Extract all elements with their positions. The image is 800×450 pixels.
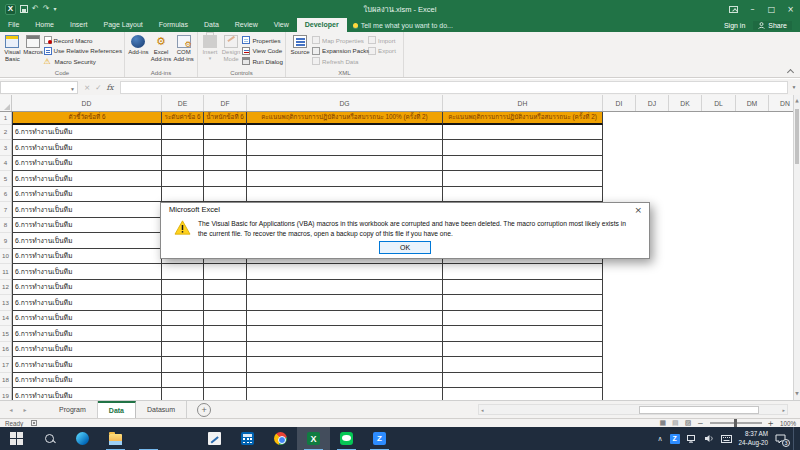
cell-DF3[interactable] bbox=[204, 140, 247, 156]
name-box-dropdown-icon[interactable]: ▼ bbox=[70, 86, 75, 92]
cell-DN9[interactable] bbox=[769, 233, 793, 249]
cell-DI13[interactable] bbox=[603, 295, 636, 311]
cell-DG3[interactable] bbox=[247, 140, 443, 156]
cell-DK11[interactable] bbox=[669, 264, 702, 280]
cell-DI19[interactable] bbox=[603, 388, 636, 400]
cell-DL1[interactable] bbox=[702, 112, 736, 125]
cell-DN14[interactable] bbox=[769, 311, 793, 327]
scroll-down-icon[interactable]: ▼ bbox=[794, 388, 800, 400]
expansion-packs-button[interactable]: Expansion Packs bbox=[312, 46, 368, 57]
properties-button[interactable]: Properties bbox=[242, 35, 283, 46]
cell-DH18[interactable] bbox=[443, 373, 603, 389]
cell-DG1[interactable]: คะแนนพฤติกรรมการปฏิบัติงานหรือสมรรถนะ 10… bbox=[247, 112, 443, 125]
cell-DI1[interactable] bbox=[603, 112, 636, 125]
cell-DH12[interactable] bbox=[443, 280, 603, 296]
cell-DF4[interactable] bbox=[204, 156, 247, 172]
cell-DE19[interactable] bbox=[162, 388, 204, 400]
cell-DF14[interactable] bbox=[204, 311, 247, 327]
row-header-17[interactable]: 17 bbox=[0, 357, 12, 373]
cell-DL3[interactable] bbox=[702, 140, 736, 156]
cell-DK2[interactable] bbox=[669, 125, 702, 141]
cell-DM14[interactable] bbox=[736, 311, 769, 327]
cell-DE5[interactable] bbox=[162, 171, 204, 187]
expand-formula-bar-icon[interactable]: ▼ bbox=[788, 84, 800, 90]
tell-me-box[interactable]: Tell me what you want to do... bbox=[347, 18, 459, 32]
cell-DF17[interactable] bbox=[204, 357, 247, 373]
cell-DM7[interactable] bbox=[736, 202, 769, 218]
cell-DN7[interactable] bbox=[769, 202, 793, 218]
cell-DF19[interactable] bbox=[204, 388, 247, 400]
cell-DI11[interactable] bbox=[603, 264, 636, 280]
scroll-left-icon[interactable]: ◂ bbox=[481, 406, 484, 414]
column-header-DJ[interactable]: DJ bbox=[636, 95, 669, 111]
cell-DL5[interactable] bbox=[702, 171, 736, 187]
tab-developer[interactable]: Developer bbox=[297, 18, 347, 32]
tab-data[interactable]: Data bbox=[196, 18, 227, 32]
cell-DE2[interactable] bbox=[162, 125, 204, 141]
enter-icon[interactable]: ✓ bbox=[95, 83, 101, 92]
cell-DK1[interactable] bbox=[669, 112, 702, 125]
cell-DM4[interactable] bbox=[736, 156, 769, 172]
taskbar-line-button[interactable] bbox=[330, 427, 363, 450]
row-header-19[interactable]: 19 bbox=[0, 388, 12, 400]
cell-DI5[interactable] bbox=[603, 171, 636, 187]
com-add-ins-button[interactable]: COM Add-ins bbox=[172, 33, 195, 69]
network-icon[interactable] bbox=[687, 434, 697, 443]
cell-DE12[interactable] bbox=[162, 280, 204, 296]
select-all-corner[interactable] bbox=[0, 95, 12, 111]
cell-DG13[interactable] bbox=[247, 295, 443, 311]
cell-DK4[interactable] bbox=[669, 156, 702, 172]
row-header-4[interactable]: 4 bbox=[0, 156, 12, 172]
minimize-button[interactable]: – bbox=[743, 0, 762, 18]
cell-DJ15[interactable] bbox=[636, 326, 669, 342]
cell-DK16[interactable] bbox=[669, 342, 702, 358]
cell-DE17[interactable] bbox=[162, 357, 204, 373]
cell-DD16[interactable]: 6.การทำงานเป็นทีม bbox=[12, 342, 162, 358]
speaker-icon[interactable] bbox=[704, 434, 714, 443]
cell-DN3[interactable] bbox=[769, 140, 793, 156]
cell-DM10[interactable] bbox=[736, 249, 769, 265]
cell-DK18[interactable] bbox=[669, 373, 702, 389]
cell-DL4[interactable] bbox=[702, 156, 736, 172]
cell-DK6[interactable] bbox=[669, 187, 702, 203]
cell-DG11[interactable] bbox=[247, 264, 443, 280]
cell-DE16[interactable] bbox=[162, 342, 204, 358]
row-header-10[interactable]: 10 bbox=[0, 249, 12, 265]
horizontal-scrollbar[interactable]: ◂ ▸ bbox=[478, 404, 788, 415]
cell-DM17[interactable] bbox=[736, 357, 769, 373]
cell-DN5[interactable] bbox=[769, 171, 793, 187]
cell-DN2[interactable] bbox=[769, 125, 793, 141]
cell-DJ2[interactable] bbox=[636, 125, 669, 141]
cell-DM9[interactable] bbox=[736, 233, 769, 249]
cell-DD12[interactable]: 6.การทำงานเป็นทีม bbox=[12, 280, 162, 296]
cell-DL9[interactable] bbox=[702, 233, 736, 249]
cell-DM13[interactable] bbox=[736, 295, 769, 311]
cell-DL8[interactable] bbox=[702, 218, 736, 234]
row-header-1[interactable]: 1 bbox=[0, 112, 12, 125]
row-header-16[interactable]: 16 bbox=[0, 342, 12, 358]
cell-DG12[interactable] bbox=[247, 280, 443, 296]
close-button[interactable]: × bbox=[781, 0, 800, 18]
cell-DD10[interactable]: 6.การทำงานเป็นทีม bbox=[12, 249, 162, 265]
collapse-ribbon-icon[interactable] bbox=[787, 67, 794, 74]
cell-DL10[interactable] bbox=[702, 249, 736, 265]
run-dialog-button[interactable]: Run Dialog bbox=[242, 56, 283, 67]
cell-DD5[interactable]: 6.การทำงานเป็นทีม bbox=[12, 171, 162, 187]
cell-DI18[interactable] bbox=[603, 373, 636, 389]
cell-DI6[interactable] bbox=[603, 187, 636, 203]
cell-DN12[interactable] bbox=[769, 280, 793, 296]
row-header-5[interactable]: 5 bbox=[0, 171, 12, 187]
cell-DH4[interactable] bbox=[443, 156, 603, 172]
cell-DL2[interactable] bbox=[702, 125, 736, 141]
cell-DN15[interactable] bbox=[769, 326, 793, 342]
cell-DL18[interactable] bbox=[702, 373, 736, 389]
taskbar-zoom-button[interactable]: Z bbox=[363, 427, 396, 450]
row-header-11[interactable]: 11 bbox=[0, 264, 12, 280]
cell-DD11[interactable]: 6.การทำงานเป็นทีม bbox=[12, 264, 162, 280]
cell-DJ6[interactable] bbox=[636, 187, 669, 203]
cell-DL13[interactable] bbox=[702, 295, 736, 311]
cell-DF18[interactable] bbox=[204, 373, 247, 389]
cell-DD2[interactable]: 6.การทำงานเป็นทีม bbox=[12, 125, 162, 141]
cell-DG16[interactable] bbox=[247, 342, 443, 358]
view-code-button[interactable]: View Code bbox=[242, 46, 283, 57]
